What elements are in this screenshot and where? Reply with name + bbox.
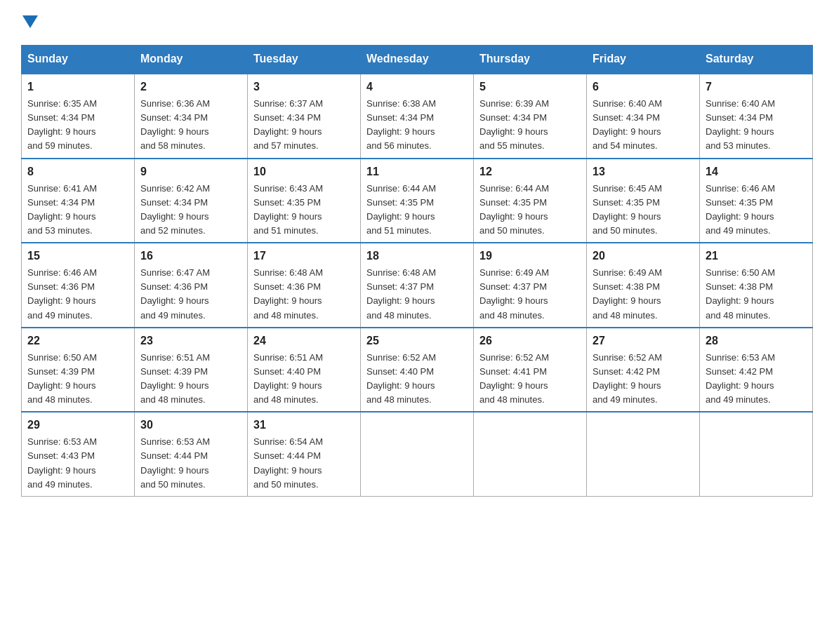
day-number: 16 xyxy=(140,248,241,264)
day-number: 7 xyxy=(706,79,807,95)
day-number: 23 xyxy=(140,333,241,349)
day-info: Sunrise: 6:40 AMSunset: 4:34 PMDaylight:… xyxy=(706,98,775,151)
day-header-sunday: Sunday xyxy=(22,46,135,74)
day-number: 25 xyxy=(366,333,468,349)
day-info: Sunrise: 6:36 AMSunset: 4:34 PMDaylight:… xyxy=(140,98,210,151)
day-info: Sunrise: 6:41 AMSunset: 4:34 PMDaylight:… xyxy=(27,183,97,236)
calendar-cell: 23 Sunrise: 6:51 AMSunset: 4:39 PMDaylig… xyxy=(135,328,248,412)
day-number: 4 xyxy=(366,79,468,95)
day-info: Sunrise: 6:45 AMSunset: 4:35 PMDaylight:… xyxy=(593,183,662,236)
day-number: 17 xyxy=(253,248,355,264)
logo-triangle-icon xyxy=(22,15,38,28)
calendar-cell xyxy=(361,412,474,496)
day-number: 20 xyxy=(593,248,694,264)
calendar-cell: 10 Sunrise: 6:43 AMSunset: 4:35 PMDaylig… xyxy=(248,159,361,243)
day-number: 26 xyxy=(479,333,581,349)
calendar-cell: 22 Sunrise: 6:50 AMSunset: 4:39 PMDaylig… xyxy=(22,328,135,412)
day-number: 19 xyxy=(479,248,581,264)
calendar-table: SundayMondayTuesdayWednesdayThursdayFrid… xyxy=(21,45,813,497)
calendar-cell: 14 Sunrise: 6:46 AMSunset: 4:35 PMDaylig… xyxy=(700,159,813,243)
day-number: 6 xyxy=(593,79,694,95)
day-number: 28 xyxy=(706,333,807,349)
calendar-cell: 1 Sunrise: 6:35 AMSunset: 4:34 PMDayligh… xyxy=(22,74,135,159)
calendar-cell: 17 Sunrise: 6:48 AMSunset: 4:36 PMDaylig… xyxy=(248,243,361,328)
calendar-cell: 6 Sunrise: 6:40 AMSunset: 4:34 PMDayligh… xyxy=(587,74,700,159)
calendar-cell: 21 Sunrise: 6:50 AMSunset: 4:38 PMDaylig… xyxy=(700,243,813,328)
calendar-cell: 2 Sunrise: 6:36 AMSunset: 4:34 PMDayligh… xyxy=(135,74,248,159)
calendar-cell: 8 Sunrise: 6:41 AMSunset: 4:34 PMDayligh… xyxy=(22,159,135,243)
calendar-cell: 18 Sunrise: 6:48 AMSunset: 4:37 PMDaylig… xyxy=(361,243,474,328)
day-number: 24 xyxy=(253,333,355,349)
calendar-cell: 15 Sunrise: 6:46 AMSunset: 4:36 PMDaylig… xyxy=(22,243,135,328)
day-info: Sunrise: 6:44 AMSunset: 4:35 PMDaylight:… xyxy=(366,183,436,236)
day-number: 27 xyxy=(593,333,694,349)
day-info: Sunrise: 6:47 AMSunset: 4:36 PMDaylight:… xyxy=(140,267,210,320)
day-header-saturday: Saturday xyxy=(700,46,813,74)
day-header-wednesday: Wednesday xyxy=(361,46,474,74)
day-number: 12 xyxy=(479,163,581,180)
day-number: 9 xyxy=(140,163,241,180)
day-header-thursday: Thursday xyxy=(474,46,587,74)
calendar-cell: 9 Sunrise: 6:42 AMSunset: 4:34 PMDayligh… xyxy=(135,159,248,243)
day-header-friday: Friday xyxy=(587,46,700,74)
calendar-cell: 12 Sunrise: 6:44 AMSunset: 4:35 PMDaylig… xyxy=(474,159,587,243)
week-row-4: 22 Sunrise: 6:50 AMSunset: 4:39 PMDaylig… xyxy=(22,328,813,412)
calendar-cell: 28 Sunrise: 6:53 AMSunset: 4:42 PMDaylig… xyxy=(700,328,813,412)
day-info: Sunrise: 6:46 AMSunset: 4:36 PMDaylight:… xyxy=(27,267,97,320)
day-info: Sunrise: 6:42 AMSunset: 4:34 PMDaylight:… xyxy=(140,183,210,236)
day-info: Sunrise: 6:52 AMSunset: 4:41 PMDaylight:… xyxy=(479,352,549,405)
day-info: Sunrise: 6:38 AMSunset: 4:34 PMDaylight:… xyxy=(366,98,436,151)
day-info: Sunrise: 6:53 AMSunset: 4:43 PMDaylight:… xyxy=(27,436,97,489)
week-row-3: 15 Sunrise: 6:46 AMSunset: 4:36 PMDaylig… xyxy=(22,243,813,328)
calendar-cell: 20 Sunrise: 6:49 AMSunset: 4:38 PMDaylig… xyxy=(587,243,700,328)
calendar-cell xyxy=(474,412,587,496)
day-number: 8 xyxy=(27,163,128,180)
day-number: 10 xyxy=(253,163,355,180)
calendar-cell: 5 Sunrise: 6:39 AMSunset: 4:34 PMDayligh… xyxy=(474,74,587,159)
day-info: Sunrise: 6:51 AMSunset: 4:40 PMDaylight:… xyxy=(253,352,323,405)
calendar-cell xyxy=(700,412,813,496)
week-row-2: 8 Sunrise: 6:41 AMSunset: 4:34 PMDayligh… xyxy=(22,159,813,243)
day-number: 18 xyxy=(366,248,468,264)
day-info: Sunrise: 6:50 AMSunset: 4:38 PMDaylight:… xyxy=(706,267,775,320)
day-number: 31 xyxy=(253,417,355,434)
day-info: Sunrise: 6:52 AMSunset: 4:42 PMDaylight:… xyxy=(593,352,662,405)
day-info: Sunrise: 6:49 AMSunset: 4:37 PMDaylight:… xyxy=(479,267,549,320)
calendar-cell: 3 Sunrise: 6:37 AMSunset: 4:34 PMDayligh… xyxy=(248,74,361,159)
day-info: Sunrise: 6:53 AMSunset: 4:44 PMDaylight:… xyxy=(140,436,210,489)
calendar-cell: 27 Sunrise: 6:52 AMSunset: 4:42 PMDaylig… xyxy=(587,328,700,412)
calendar-cell: 26 Sunrise: 6:52 AMSunset: 4:41 PMDaylig… xyxy=(474,328,587,412)
day-number: 21 xyxy=(706,248,807,264)
calendar-cell xyxy=(587,412,700,496)
day-info: Sunrise: 6:46 AMSunset: 4:35 PMDaylight:… xyxy=(706,183,775,236)
day-number: 15 xyxy=(27,248,128,264)
day-info: Sunrise: 6:51 AMSunset: 4:39 PMDaylight:… xyxy=(140,352,210,405)
day-info: Sunrise: 6:43 AMSunset: 4:35 PMDaylight:… xyxy=(253,183,323,236)
day-number: 30 xyxy=(140,417,241,434)
svg-marker-0 xyxy=(22,15,38,28)
day-info: Sunrise: 6:52 AMSunset: 4:40 PMDaylight:… xyxy=(366,352,436,405)
day-number: 13 xyxy=(593,163,694,180)
day-info: Sunrise: 6:48 AMSunset: 4:36 PMDaylight:… xyxy=(253,267,323,320)
day-number: 2 xyxy=(140,79,241,95)
calendar-cell: 30 Sunrise: 6:53 AMSunset: 4:44 PMDaylig… xyxy=(135,412,248,496)
day-info: Sunrise: 6:50 AMSunset: 4:39 PMDaylight:… xyxy=(27,352,97,405)
day-info: Sunrise: 6:54 AMSunset: 4:44 PMDaylight:… xyxy=(253,436,323,489)
calendar-cell: 31 Sunrise: 6:54 AMSunset: 4:44 PMDaylig… xyxy=(248,412,361,496)
calendar-cell: 25 Sunrise: 6:52 AMSunset: 4:40 PMDaylig… xyxy=(361,328,474,412)
day-header-tuesday: Tuesday xyxy=(248,46,361,74)
day-number: 11 xyxy=(366,163,468,180)
day-number: 29 xyxy=(27,417,128,434)
calendar-cell: 29 Sunrise: 6:53 AMSunset: 4:43 PMDaylig… xyxy=(22,412,135,496)
calendar-header-row: SundayMondayTuesdayWednesdayThursdayFrid… xyxy=(22,46,813,74)
day-info: Sunrise: 6:37 AMSunset: 4:34 PMDaylight:… xyxy=(253,98,323,151)
day-number: 1 xyxy=(27,79,128,95)
day-info: Sunrise: 6:49 AMSunset: 4:38 PMDaylight:… xyxy=(593,267,662,320)
week-row-5: 29 Sunrise: 6:53 AMSunset: 4:43 PMDaylig… xyxy=(22,412,813,496)
calendar-cell: 16 Sunrise: 6:47 AMSunset: 4:36 PMDaylig… xyxy=(135,243,248,328)
calendar-cell: 11 Sunrise: 6:44 AMSunset: 4:35 PMDaylig… xyxy=(361,159,474,243)
week-row-1: 1 Sunrise: 6:35 AMSunset: 4:34 PMDayligh… xyxy=(22,74,813,159)
day-header-monday: Monday xyxy=(135,46,248,74)
day-info: Sunrise: 6:44 AMSunset: 4:35 PMDaylight:… xyxy=(479,183,549,236)
day-number: 22 xyxy=(27,333,128,349)
